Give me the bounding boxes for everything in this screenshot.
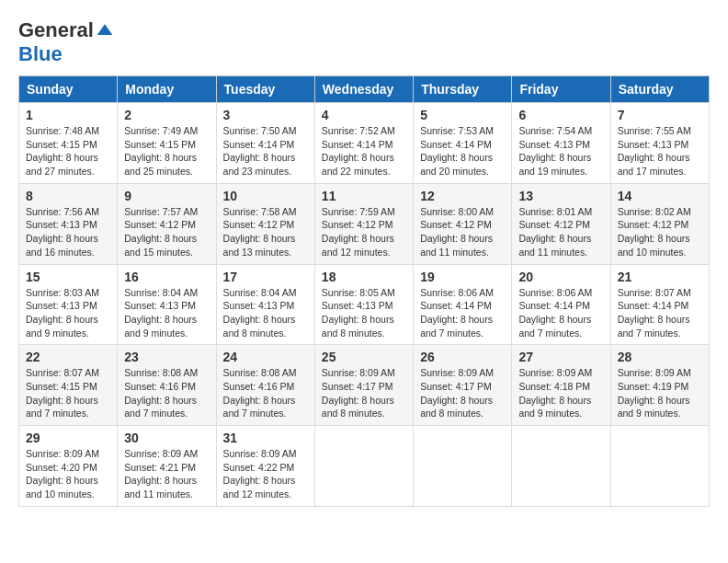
calendar-cell: 31 Sunrise: 8:09 AMSunset: 4:22 PMDaylig… — [216, 426, 314, 507]
calendar-cell — [314, 426, 413, 507]
day-number: 29 — [26, 431, 110, 445]
day-info: Sunrise: 7:58 AMSunset: 4:12 PMDaylight:… — [223, 206, 297, 258]
day-number: 20 — [518, 270, 603, 284]
calendar-cell: 18 Sunrise: 8:05 AMSunset: 4:13 PMDaylig… — [314, 264, 413, 345]
day-info: Sunrise: 8:00 AMSunset: 4:12 PMDaylight:… — [420, 206, 494, 258]
day-info: Sunrise: 8:08 AMSunset: 4:16 PMDaylight:… — [223, 367, 297, 419]
day-info: Sunrise: 8:06 AMSunset: 4:14 PMDaylight:… — [420, 287, 494, 339]
calendar-cell: 30 Sunrise: 8:09 AMSunset: 4:21 PMDaylig… — [118, 426, 216, 507]
day-number: 18 — [322, 270, 406, 284]
day-number: 22 — [26, 350, 110, 364]
day-info: Sunrise: 8:09 AMSunset: 4:18 PMDaylight:… — [518, 367, 592, 419]
day-info: Sunrise: 8:05 AMSunset: 4:13 PMDaylight:… — [322, 287, 395, 339]
calendar-cell: 27 Sunrise: 8:09 AMSunset: 4:18 PMDaylig… — [512, 345, 610, 426]
day-info: Sunrise: 8:09 AMSunset: 4:21 PMDaylight:… — [124, 448, 198, 500]
day-info: Sunrise: 7:50 AMSunset: 4:14 PMDaylight:… — [223, 125, 297, 177]
day-number: 10 — [223, 189, 308, 203]
calendar-cell: 28 Sunrise: 8:09 AMSunset: 4:19 PMDaylig… — [610, 345, 709, 426]
day-info: Sunrise: 7:55 AMSunset: 4:13 PMDaylight:… — [618, 125, 691, 177]
calendar-cell: 22 Sunrise: 8:07 AMSunset: 4:15 PMDaylig… — [19, 345, 118, 426]
day-number: 3 — [223, 108, 308, 122]
calendar-cell: 9 Sunrise: 7:57 AMSunset: 4:12 PMDayligh… — [118, 183, 216, 264]
calendar-day-header: Friday — [512, 76, 610, 103]
calendar-day-header: Saturday — [610, 76, 709, 103]
day-info: Sunrise: 8:04 AMSunset: 4:13 PMDaylight:… — [223, 287, 297, 339]
day-info: Sunrise: 8:09 AMSunset: 4:17 PMDaylight:… — [420, 367, 494, 419]
day-number: 21 — [618, 270, 702, 284]
day-number: 15 — [26, 270, 110, 284]
calendar-week-row: 22 Sunrise: 8:07 AMSunset: 4:15 PMDaylig… — [19, 345, 710, 426]
calendar-cell: 7 Sunrise: 7:55 AMSunset: 4:13 PMDayligh… — [610, 103, 709, 184]
calendar-cell: 23 Sunrise: 8:08 AMSunset: 4:16 PMDaylig… — [118, 345, 216, 426]
calendar-body: 1 Sunrise: 7:48 AMSunset: 4:15 PMDayligh… — [19, 103, 710, 507]
day-info: Sunrise: 8:09 AMSunset: 4:19 PMDaylight:… — [618, 367, 691, 419]
day-number: 5 — [420, 108, 505, 122]
day-info: Sunrise: 8:02 AMSunset: 4:12 PMDaylight:… — [618, 206, 691, 258]
day-number: 2 — [124, 108, 209, 122]
day-number: 13 — [518, 189, 603, 203]
logo-blue-text: Blue — [18, 42, 63, 66]
calendar-header-row: SundayMondayTuesdayWednesdayThursdayFrid… — [19, 76, 710, 103]
calendar-cell: 5 Sunrise: 7:53 AMSunset: 4:14 PMDayligh… — [414, 103, 512, 184]
day-info: Sunrise: 8:09 AMSunset: 4:22 PMDaylight:… — [223, 448, 297, 500]
calendar-cell: 16 Sunrise: 8:04 AMSunset: 4:13 PMDaylig… — [118, 264, 216, 345]
calendar-week-row: 8 Sunrise: 7:56 AMSunset: 4:13 PMDayligh… — [19, 183, 710, 264]
calendar-cell: 24 Sunrise: 8:08 AMSunset: 4:16 PMDaylig… — [216, 345, 314, 426]
day-number: 17 — [223, 270, 308, 284]
day-number: 28 — [618, 350, 702, 364]
day-number: 6 — [518, 108, 603, 122]
day-info: Sunrise: 8:09 AMSunset: 4:17 PMDaylight:… — [322, 367, 395, 419]
calendar-week-row: 1 Sunrise: 7:48 AMSunset: 4:15 PMDayligh… — [19, 103, 710, 184]
calendar-table: SundayMondayTuesdayWednesdayThursdayFrid… — [18, 75, 710, 507]
calendar-week-row: 29 Sunrise: 8:09 AMSunset: 4:20 PMDaylig… — [19, 426, 710, 507]
day-info: Sunrise: 8:09 AMSunset: 4:20 PMDaylight:… — [26, 448, 99, 500]
calendar-day-header: Monday — [118, 76, 216, 103]
day-number: 26 — [420, 350, 505, 364]
day-info: Sunrise: 7:54 AMSunset: 4:13 PMDaylight:… — [518, 125, 592, 177]
day-info: Sunrise: 8:03 AMSunset: 4:13 PMDaylight:… — [26, 287, 99, 339]
day-info: Sunrise: 7:52 AMSunset: 4:14 PMDaylight:… — [322, 125, 395, 177]
calendar-cell: 4 Sunrise: 7:52 AMSunset: 4:14 PMDayligh… — [314, 103, 413, 184]
day-number: 30 — [124, 431, 209, 445]
calendar-cell: 8 Sunrise: 7:56 AMSunset: 4:13 PMDayligh… — [19, 183, 118, 264]
day-number: 14 — [618, 189, 702, 203]
calendar-cell — [512, 426, 610, 507]
day-info: Sunrise: 7:57 AMSunset: 4:12 PMDaylight:… — [124, 206, 198, 258]
day-info: Sunrise: 8:08 AMSunset: 4:16 PMDaylight:… — [124, 367, 198, 419]
calendar-week-row: 15 Sunrise: 8:03 AMSunset: 4:13 PMDaylig… — [19, 264, 710, 345]
day-number: 31 — [223, 431, 308, 445]
day-info: Sunrise: 8:07 AMSunset: 4:15 PMDaylight:… — [26, 367, 99, 419]
day-number: 9 — [124, 189, 209, 203]
calendar-cell: 2 Sunrise: 7:49 AMSunset: 4:15 PMDayligh… — [118, 103, 216, 184]
day-info: Sunrise: 8:06 AMSunset: 4:14 PMDaylight:… — [518, 287, 592, 339]
calendar-cell: 19 Sunrise: 8:06 AMSunset: 4:14 PMDaylig… — [414, 264, 512, 345]
day-number: 11 — [322, 189, 406, 203]
day-info: Sunrise: 7:49 AMSunset: 4:15 PMDaylight:… — [124, 125, 198, 177]
day-number: 16 — [124, 270, 209, 284]
day-number: 27 — [518, 350, 603, 364]
calendar-cell: 14 Sunrise: 8:02 AMSunset: 4:12 PMDaylig… — [610, 183, 709, 264]
svg-marker-0 — [97, 24, 113, 35]
day-info: Sunrise: 7:56 AMSunset: 4:13 PMDaylight:… — [26, 206, 99, 258]
calendar-cell: 6 Sunrise: 7:54 AMSunset: 4:13 PMDayligh… — [512, 103, 610, 184]
calendar-cell: 13 Sunrise: 8:01 AMSunset: 4:12 PMDaylig… — [512, 183, 610, 264]
calendar-cell: 1 Sunrise: 7:48 AMSunset: 4:15 PMDayligh… — [19, 103, 118, 184]
calendar-day-header: Wednesday — [314, 76, 413, 103]
calendar-cell: 21 Sunrise: 8:07 AMSunset: 4:14 PMDaylig… — [610, 264, 709, 345]
day-number: 25 — [322, 350, 406, 364]
calendar-day-header: Thursday — [414, 76, 512, 103]
calendar-cell: 10 Sunrise: 7:58 AMSunset: 4:12 PMDaylig… — [216, 183, 314, 264]
day-number: 12 — [420, 189, 505, 203]
day-info: Sunrise: 7:53 AMSunset: 4:14 PMDaylight:… — [420, 125, 494, 177]
day-number: 8 — [26, 189, 110, 203]
day-number: 19 — [420, 270, 505, 284]
calendar-cell: 3 Sunrise: 7:50 AMSunset: 4:14 PMDayligh… — [216, 103, 314, 184]
day-info: Sunrise: 8:04 AMSunset: 4:13 PMDaylight:… — [124, 287, 198, 339]
logo-icon — [96, 21, 114, 40]
day-info: Sunrise: 8:01 AMSunset: 4:12 PMDaylight:… — [518, 206, 592, 258]
calendar-cell: 26 Sunrise: 8:09 AMSunset: 4:17 PMDaylig… — [414, 345, 512, 426]
calendar-cell: 11 Sunrise: 7:59 AMSunset: 4:12 PMDaylig… — [314, 183, 413, 264]
day-info: Sunrise: 8:07 AMSunset: 4:14 PMDaylight:… — [618, 287, 691, 339]
calendar-day-header: Tuesday — [216, 76, 314, 103]
calendar-cell: 25 Sunrise: 8:09 AMSunset: 4:17 PMDaylig… — [314, 345, 413, 426]
